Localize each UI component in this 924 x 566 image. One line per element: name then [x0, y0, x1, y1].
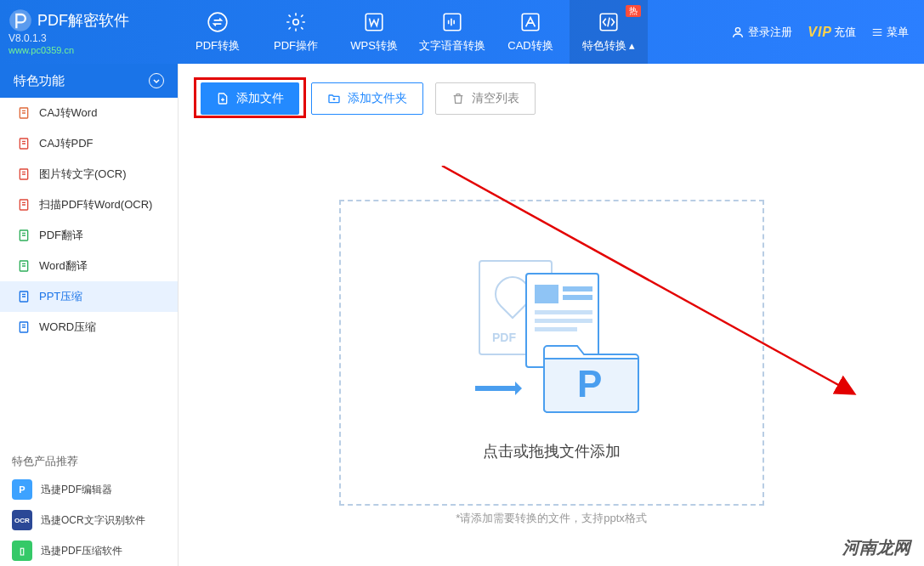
promo-icon: P [12, 479, 32, 500]
sidebar-item-word-compress[interactable]: WORD压缩 [0, 312, 178, 342]
toolbar: 添加文件 添加文件夹 清空列表 [201, 82, 902, 115]
svg-rect-4 [444, 14, 461, 31]
nav-label: PDF操作 [274, 38, 318, 54]
svg-rect-3 [366, 14, 383, 31]
promo-title: 特色产品推荐 [0, 445, 178, 474]
doc-icon [17, 320, 31, 334]
doc-icon [17, 106, 31, 120]
gear-icon [285, 11, 307, 33]
doc-icon [17, 198, 31, 212]
file-plus-icon [216, 92, 230, 105]
promo-icon: OCR [12, 510, 32, 530]
svg-rect-24 [535, 319, 592, 323]
nav-label: WPS转换 [350, 38, 398, 54]
nav-pdf-operate[interactable]: PDF操作 [257, 0, 335, 64]
svg-rect-22 [563, 295, 592, 300]
add-file-button[interactable]: 添加文件 [201, 82, 299, 115]
clear-list-button[interactable]: 清空列表 [435, 82, 536, 115]
hot-badge: 热 [626, 5, 641, 17]
logo-area: PDF解密软件 V8.0.1.3 www.pc0359.cn [0, 8, 179, 55]
sidebar-item-image-ocr[interactable]: 图片转文字(OCR) [0, 159, 178, 190]
svg-rect-21 [563, 286, 592, 291]
wps-icon [363, 11, 385, 33]
sidebar-item-label: CAJ转Word [39, 105, 97, 121]
sidebar-item-label: Word翻译 [39, 258, 88, 274]
cad-icon [519, 11, 541, 33]
doc-icon [17, 229, 31, 242]
promo-item[interactable]: P 迅捷PDF编辑器 [0, 474, 178, 505]
add-folder-button[interactable]: 添加文件夹 [311, 82, 423, 115]
nav-label: PDF转换 [196, 38, 240, 54]
sidebar-item-pdf-translate[interactable]: PDF翻译 [0, 220, 178, 251]
button-label: 添加文件 [236, 91, 284, 106]
sidebar-item-scanpdf-word[interactable]: 扫描PDF转Word(OCR) [0, 190, 178, 220]
main-panel: 添加文件 添加文件夹 清空列表 PDF [179, 64, 924, 566]
svg-text:PDF: PDF [492, 331, 516, 344]
nav-cad-convert[interactable]: CAD转换 [491, 0, 570, 64]
login-label: 登录注册 [748, 25, 792, 40]
user-icon [731, 25, 745, 39]
nav-special-convert[interactable]: 热 特色转换 ▴ [570, 0, 648, 64]
sidebar-item-word-translate[interactable]: Word翻译 [0, 251, 178, 281]
button-label: 清空列表 [472, 91, 519, 106]
svg-point-0 [9, 9, 31, 31]
top-nav: PDF转换 PDF操作 WPS转换 文字语音转换 CAD转换 热 特色转换 ▴ [179, 0, 648, 64]
sidebar-item-ppt-compress[interactable]: PPT压缩 [0, 281, 178, 312]
menu-label: 菜单 [887, 25, 909, 40]
doc-icon [17, 290, 31, 303]
svg-point-2 [293, 19, 299, 25]
sidebar-item-label: PDF翻译 [39, 228, 83, 243]
doc-icon [17, 167, 31, 181]
watermark: 河南龙网 [842, 536, 910, 559]
app-url: www.pc0359.cn [9, 45, 179, 55]
sidebar-item-label: 扫描PDF转Word(OCR) [39, 197, 152, 212]
hamburger-icon [871, 26, 883, 38]
vip-prefix: VIP [808, 25, 832, 40]
login-link[interactable]: 登录注册 [731, 25, 792, 40]
dropzone-hint: *请添加需要转换的文件，支持pptx格式 [201, 511, 902, 526]
chevron-down-icon [149, 73, 164, 88]
audio-bars-icon [441, 11, 463, 33]
doc-icon [17, 137, 31, 150]
nav-pdf-convert[interactable]: PDF转换 [179, 0, 257, 64]
app-title: PDF解密软件 [37, 10, 129, 31]
promo-label: 迅捷PDF编辑器 [41, 483, 112, 497]
sidebar-list: CAJ转Word CAJ转PDF 图片转文字(OCR) 扫描PDF转Word(O… [0, 98, 178, 342]
nav-wps-convert[interactable]: WPS转换 [335, 0, 413, 64]
sidebar-section-title: 特色功能 [14, 73, 65, 89]
promo-icon: ▯ [12, 541, 32, 561]
sidebar-item-caj-word[interactable]: CAJ转Word [0, 98, 178, 128]
nav-text-speech[interactable]: 文字语音转换 [413, 0, 491, 64]
nav-label: 文字语音转换 [419, 38, 485, 54]
sidebar-section-header[interactable]: 特色功能 [0, 64, 178, 98]
promo-label: 迅捷PDF压缩软件 [41, 544, 122, 558]
sidebar-item-label: CAJ转PDF [39, 136, 94, 151]
dropzone[interactable]: PDF P 点击或拖拽文件添加 [339, 200, 764, 506]
sidebar-item-caj-pdf[interactable]: CAJ转PDF [0, 128, 178, 159]
promo-label: 迅捷OCR文字识别软件 [41, 513, 145, 528]
sidebar: 特色功能 CAJ转Word CAJ转PDF 图片转文字(OCR) 扫描PDF转W… [0, 64, 179, 566]
folder-plus-icon [327, 92, 341, 105]
app-header: PDF解密软件 V8.0.1.3 www.pc0359.cn PDF转换 PDF… [0, 0, 924, 64]
svg-point-7 [736, 27, 740, 31]
dropzone-illustration: PDF P [454, 244, 649, 422]
svg-rect-23 [535, 310, 592, 314]
sidebar-item-label: WORD压缩 [39, 320, 96, 335]
svg-rect-20 [535, 285, 558, 303]
vip-label: 充值 [834, 25, 856, 40]
trash-icon [451, 92, 465, 105]
promo-item[interactable]: ▯ 迅捷PDF压缩软件 [0, 535, 178, 566]
promo-item[interactable]: OCR 迅捷OCR文字识别软件 [0, 505, 178, 535]
svg-text:P: P [577, 363, 602, 405]
header-right: 登录注册 VIP 充值 菜单 [731, 25, 924, 40]
app-logo-icon [9, 8, 32, 32]
menu-link[interactable]: 菜单 [871, 25, 909, 40]
doc-icon [17, 259, 31, 273]
svg-rect-25 [535, 327, 577, 331]
sidebar-item-label: 图片转文字(OCR) [39, 167, 127, 182]
app-version: V8.0.1.3 [9, 32, 179, 44]
swap-icon [207, 11, 229, 33]
nav-label: 特色转换 ▴ [582, 38, 636, 54]
vip-link[interactable]: VIP 充值 [808, 25, 856, 40]
sidebar-item-label: PPT压缩 [39, 289, 82, 304]
